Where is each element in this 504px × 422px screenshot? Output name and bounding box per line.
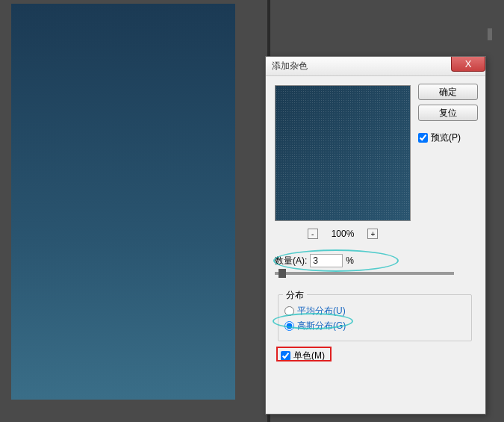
uniform-radio-row[interactable]: 平均分布(U) <box>284 305 465 317</box>
zoom-percent: 100% <box>332 229 355 239</box>
gaussian-label: 高斯分布(G) <box>297 320 346 332</box>
right-panels <box>488 0 504 422</box>
slider-thumb[interactable] <box>279 269 286 278</box>
distribution-legend: 分布 <box>283 289 307 302</box>
ok-button[interactable]: 确定 <box>418 84 478 100</box>
monochrome-row[interactable]: 单色(M) <box>278 348 328 364</box>
panel-handle[interactable] <box>488 28 492 40</box>
amount-group: 数量(A): % <box>275 254 476 275</box>
minus-icon: - <box>311 230 314 238</box>
amount-row: 数量(A): % <box>275 254 476 267</box>
dialog-buttons: 确定 复位 预览(P) <box>418 84 478 144</box>
reset-button[interactable]: 复位 <box>418 105 478 121</box>
uniform-radio[interactable] <box>284 306 294 316</box>
zoom-in-button[interactable]: + <box>367 229 378 239</box>
amount-slider[interactable] <box>275 272 454 275</box>
amount-unit: % <box>346 255 354 266</box>
gaussian-radio[interactable] <box>284 321 294 331</box>
preview-checkbox-row[interactable]: 预览(P) <box>418 131 478 144</box>
editor-canvas-area <box>0 0 267 422</box>
amount-label: 数量(A): <box>275 255 307 267</box>
preview-checkbox[interactable] <box>418 133 428 143</box>
monochrome-checkbox[interactable] <box>281 351 290 361</box>
monochrome-label: 单色(M) <box>293 350 325 362</box>
dialog-title: 添加杂色 <box>272 60 308 72</box>
preview-checkbox-label: 预览(P) <box>431 131 461 144</box>
amount-input[interactable] <box>310 254 343 267</box>
plus-icon: + <box>370 230 375 238</box>
distribution-group: 分布 平均分布(U) 高斯分布(G) <box>278 294 472 341</box>
dialog-titlebar[interactable]: 添加杂色 X <box>266 57 485 76</box>
zoom-out-button[interactable]: - <box>308 229 318 239</box>
uniform-label: 平均分布(U) <box>297 305 346 317</box>
dialog-body: 确定 复位 预览(P) - 100% + 数量(A): % 分布 <box>266 76 485 414</box>
monochrome-group: 单色(M) <box>278 348 328 364</box>
close-button[interactable]: X <box>451 57 485 72</box>
add-noise-dialog: 添加杂色 X 确定 复位 预览(P) - 100% + 数量(A): <box>265 56 486 415</box>
document-preview[interactable] <box>11 4 235 400</box>
close-icon: X <box>465 58 472 69</box>
noise-overlay <box>276 86 410 220</box>
noise-preview[interactable] <box>275 85 411 221</box>
gaussian-radio-row[interactable]: 高斯分布(G) <box>284 320 465 332</box>
zoom-controls: - 100% + <box>275 229 411 239</box>
